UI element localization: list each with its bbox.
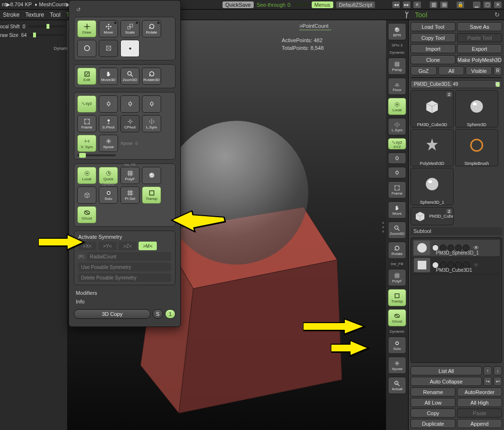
- copy-tool-button[interactable]: Copy Tool: [410, 33, 456, 42]
- rot-axis-2[interactable]: [388, 167, 406, 178]
- ↩-button[interactable]: ↩: [493, 377, 502, 386]
- clone-button[interactable]: Clone: [410, 55, 456, 64]
- maximize-icon[interactable]: ▢: [483, 1, 492, 9]
- subtool-header[interactable]: Subtool: [410, 227, 502, 235]
- rot-y[interactable]: [99, 95, 118, 113]
- ↪-button[interactable]: ↪: [483, 377, 492, 386]
- ghost-b[interactable]: Ghost: [77, 206, 96, 223]
- frame-icon[interactable]: Frame: [388, 181, 406, 198]
- all-low-button[interactable]: All Low: [410, 398, 456, 407]
- rot-xyz[interactable]: ⤡xyz: [77, 95, 96, 113]
- refresh-icon[interactable]: ↻: [492, 11, 501, 19]
- scale-mode[interactable]: Scale: [120, 20, 140, 37]
- goz-button[interactable]: GoZ: [410, 66, 437, 75]
- visibility-eye-icon[interactable]: 👁: [471, 262, 481, 268]
- actual-icon[interactable]: 1Actual: [388, 377, 406, 394]
- radial-count[interactable]: RadialCount: [87, 252, 172, 261]
- menus-toggle[interactable]: Menus: [312, 1, 333, 8]
- tool-thumb-PM3D_Cube3D[interactable]: PM3D_Cube3D2: [410, 90, 454, 128]
- next-page-icon[interactable]: ▸▸: [402, 1, 411, 9]
- transp-b[interactable]: Transp: [142, 186, 161, 204]
- bpr-icon[interactable]: BPR: [388, 23, 406, 40]
- gizmo-drag[interactable]: [99, 40, 118, 57]
- cpivot[interactable]: CPivot: [120, 115, 140, 132]
- list-all-button[interactable]: List All: [410, 366, 482, 375]
- snapshot[interactable]: [120, 40, 140, 57]
- load-tool-button[interactable]: Load Tool: [410, 22, 456, 31]
- goz-visible-button[interactable]: Visible: [466, 66, 492, 75]
- 3d-copy-s[interactable]: S: [152, 309, 163, 319]
- modifiers-row[interactable]: Modifiers: [76, 290, 174, 296]
- auto-collapse-button[interactable]: Auto Collapse: [410, 377, 482, 386]
- menu-tool[interactable]: Tool: [50, 12, 60, 18]
- menu-stroke[interactable]: Stroke: [3, 12, 20, 18]
- info-row[interactable]: Info: [76, 299, 174, 304]
- draw-mode[interactable]: Draw: [77, 20, 96, 37]
- copy-button[interactable]: Copy: [410, 408, 456, 418]
- make-polymesh-button[interactable]: Make PolyMesh3D: [457, 55, 502, 64]
- delete-posable-symmetry[interactable]: Delete Posable Symmetry: [78, 273, 171, 282]
- paste-tool-button[interactable]: Paste Tool: [457, 33, 502, 42]
- local-b[interactable]: Local: [77, 167, 96, 184]
- rotate-mode[interactable]: Rotate: [142, 20, 161, 37]
- autoreorder-button[interactable]: AutoReorder: [457, 387, 502, 396]
- ptsel[interactable]: Pt Sel: [120, 186, 140, 204]
- all-high-button[interactable]: All High: [457, 398, 502, 407]
- rot-z[interactable]: [120, 95, 140, 113]
- xpose-b[interactable]: Xpose: [99, 135, 118, 152]
- focal-shift-slider[interactable]: [28, 25, 65, 27]
- quicksave-button[interactable]: QuickSave: [223, 1, 254, 8]
- local-icon[interactable]: Local: [388, 98, 406, 115]
- gizmo-ring[interactable]: [77, 40, 96, 57]
- subtool-PM3D_Cube3D1[interactable]: 👁PM3D_Cube3D1: [413, 257, 500, 274]
- rot-free[interactable]: [142, 95, 161, 113]
- draw-size-slider[interactable]: [29, 34, 65, 36]
- floor-icon[interactable]: Floor: [388, 78, 406, 95]
- tool-thumb-Sphere3D[interactable]: Sphere3D: [455, 90, 498, 128]
- menu-texture[interactable]: Texture: [25, 12, 44, 18]
- xpose-icon[interactable]: Xpose: [388, 357, 406, 374]
- rot-axis-1[interactable]: [388, 152, 406, 164]
- layout-b-icon[interactable]: ▤: [440, 1, 448, 9]
- prev-page-icon[interactable]: ◂◂: [392, 1, 400, 9]
- shade[interactable]: [142, 167, 161, 184]
- import-button[interactable]: Import: [410, 44, 456, 53]
- duplicate-button[interactable]: Duplicate: [410, 419, 456, 428]
- xyz-icon[interactable]: ⤡xyzXYZ: [388, 138, 406, 150]
- lsym-icon[interactable]: L.Sym: [388, 118, 406, 135]
- lightbox-tools[interactable]: Lightbox▶Tools: [410, 77, 502, 78]
- solo-icon[interactable]: Solo: [388, 337, 406, 354]
- export-button[interactable]: Export: [457, 44, 502, 53]
- 3d-copy-button[interactable]: 3D Copy: [74, 309, 151, 319]
- paste-button[interactable]: Paste: [457, 408, 502, 418]
- sym-x[interactable]: >X<: [78, 242, 96, 250]
- rename-button[interactable]: Rename: [410, 387, 456, 396]
- ghost-icon[interactable]: Ghost: [388, 309, 406, 326]
- polyf-icon[interactable]: PolyF: [388, 269, 406, 286]
- close-icon[interactable]: ✕: [493, 1, 502, 9]
- lsym-b[interactable]: L.Sym: [142, 115, 161, 132]
- 3d-copy-1[interactable]: 1: [165, 309, 176, 319]
- zoom3d-b[interactable]: Zoom3D: [120, 68, 140, 85]
- goz-all-button[interactable]: All: [438, 66, 465, 75]
- save-as-button[interactable]: Save As: [457, 22, 502, 31]
- pointcount-tab[interactable]: >PointCount: [299, 23, 328, 30]
- solo-b[interactable]: DynamicSolo: [99, 186, 118, 204]
- ↓-button[interactable]: ↓: [493, 366, 502, 375]
- lock-icon[interactable]: 🔒: [456, 1, 465, 9]
- ↑-button[interactable]: ↑: [483, 366, 492, 375]
- menu-bars-icon[interactable]: ≡: [413, 1, 422, 9]
- reset-icon[interactable]: ↺: [74, 6, 82, 13]
- edit-mode[interactable]: Edit: [77, 68, 96, 85]
- tool-thumb-Sphere3D_1[interactable]: Sphere3D_1: [410, 168, 454, 205]
- xpose-slider[interactable]: [77, 154, 116, 156]
- subtool-PM3D_Sphere3D_1[interactable]: 👁PM3D_Sphere3D_1: [413, 240, 500, 257]
- move3d[interactable]: Move3D: [99, 68, 118, 85]
- rot3d[interactable]: Rotate3D: [142, 68, 161, 85]
- use-posable-symmetry[interactable]: Use Posable Symmetry: [78, 263, 171, 271]
- right-scroll-handles[interactable]: [382, 221, 386, 233]
- minimize-icon[interactable]: ▁: [472, 1, 481, 9]
- tool-thumb-SimpleBrush[interactable]: SimpleBrush: [455, 129, 498, 166]
- polyf-b[interactable]: Ine_FillPolyF: [120, 167, 140, 184]
- append-button[interactable]: Append: [457, 419, 502, 428]
